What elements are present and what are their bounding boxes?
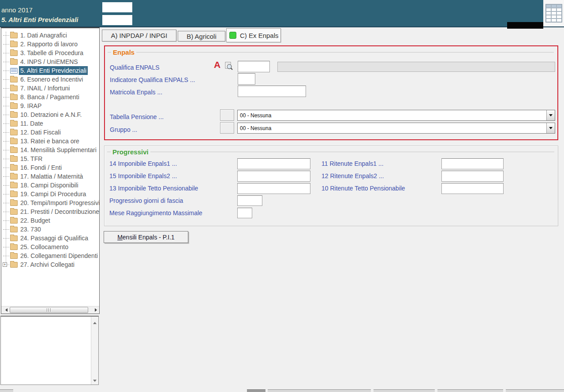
folder-icon [10,103,18,109]
gruppo-dropdown[interactable]: 00 - Nessuna [237,123,555,134]
tree-item[interactable]: + 5. Altri Enti Previdenziali [1,66,99,75]
folder-icon [10,50,18,56]
folder-icon [10,86,18,91]
tree-item-label: 25. Collocamento [19,243,70,251]
tree-item[interactable]: + 11. Date [1,119,99,128]
tab-agricoli[interactable]: B) Agricoli [178,31,225,41]
scroll-right-arrow[interactable] [92,306,99,314]
tab-inpdap-inpgi[interactable]: A) INPDAP / INPGI [102,30,176,41]
scroll-up-arrow[interactable] [91,317,99,325]
tree-connector [3,168,9,168]
tree-item[interactable]: + 3. Tabelle di Procedura [1,49,99,57]
tree-item[interactable]: + 19. Campi Di Procedura [1,190,99,198]
tree-item[interactable]: + 21. Prestiti / Decontribuzione [1,207,99,216]
tree-item-label: 20. Tempi/Importi Progressivi [19,198,100,207]
tabella-pensione-label: Tabella Pensione ... [110,113,164,120]
header-field-1[interactable] [102,2,132,12]
dropdown-arrow-icon[interactable] [546,123,555,133]
expand-icon[interactable]: + [3,262,7,267]
tree-connector [3,115,9,115]
gruppo-code-field [220,122,234,134]
tree-connector [3,44,9,45]
header-field-2[interactable] [102,15,132,25]
tree-item-label: 18. Campi Disponibili [19,181,80,190]
tree-connector [3,212,9,212]
tree-item[interactable]: + 16. Fondi / Enti [1,163,99,172]
tabella-pensione-dropdown[interactable]: 00 - Nessuna [237,110,555,121]
tree-item[interactable]: + 22. Budget [1,216,99,225]
tree-item[interactable]: + 25. Collocamento [1,243,99,251]
section-title: 5. Altri Enti Previdenziali [1,16,78,23]
tree-connector [3,185,9,186]
notes-box[interactable] [0,316,99,385]
tree-item[interactable]: + 7. INAIL / Infortuni [1,84,99,93]
imponibile-enpals2-label: 15 Imponibile Enpals2 ... [109,172,177,179]
window-edge-segment [374,389,435,392]
tab-ex-enpals[interactable]: C) Ex Enpals [226,28,281,42]
mese-raggiungimento-input[interactable] [237,208,252,218]
lookup-magnifier-button[interactable] [224,62,233,71]
imponibile-enpals2-input[interactable] [237,171,310,182]
tree-connector [3,150,9,150]
tab-label: B) Agricoli [187,33,217,40]
ritenute-enpals1-input[interactable] [441,158,504,169]
tree-item[interactable]: + 12. Dati Fiscali [1,128,99,137]
window-edge-segment [268,389,371,392]
tree-item-label: 6. Esonero ed Incentivi [19,75,84,84]
tree-item[interactable]: + 27. Archivi Collegati [1,260,99,269]
qualifica-enpals-input[interactable] [238,61,270,72]
grid-panel [543,0,564,26]
notes-vertical-scrollbar[interactable] [91,317,98,385]
progressivo-giorni-input[interactable] [237,195,262,206]
tree-item[interactable]: + 23. 730 [1,225,99,234]
table-icon[interactable] [545,4,562,22]
tree-item-label: 16. Fondi / Enti [19,163,63,172]
scroll-left-arrow[interactable] [1,306,9,314]
tree-connector [3,97,9,97]
tree-item[interactable]: + 18. Campi Disponibili [1,181,99,190]
ritenute-tetto-input[interactable] [441,183,504,194]
tree-connector [3,79,9,80]
indicatore-qualifica-input[interactable] [238,73,255,85]
tree-item[interactable]: + 1. Dati Anagrafici [1,31,99,40]
tree-item[interactable]: + 26. Collegamenti Dipendenti [1,251,99,260]
mensili-enpals-button[interactable]: Mensili Enpals - P.I.1 [104,231,188,243]
dropdown-arrow-icon[interactable] [546,110,555,120]
window-edge-segment [506,389,564,392]
tree-item[interactable]: + 24. Passaggi di Qualifica [1,234,99,243]
folder-icon [10,59,18,65]
tree-item[interactable]: + 15. TFR [1,154,99,163]
matricola-enpals-input[interactable] [238,86,306,97]
imponibile-tetto-input[interactable] [237,183,310,194]
folder-icon [10,41,18,47]
tree-item[interactable]: + 17. Malattia / Maternità [1,172,99,181]
tree-item[interactable]: + 9. IRAP [1,101,99,110]
imponibile-enpals1-input[interactable] [237,158,310,169]
window-edge-segment [437,389,503,392]
tree-item-label: 10. Detrazioni e A.N.F. [19,110,83,119]
tree-item[interactable]: + 10. Detrazioni e A.N.F. [1,110,99,119]
tree-item[interactable]: + 14. Mensilità Supplementari [1,146,99,154]
folder-icon [10,121,18,127]
tree-item[interactable]: + 6. Esonero ed Incentivi [1,75,99,84]
tree-item-label: 22. Budget [19,216,52,225]
year-label: anno 2017 [1,6,33,14]
folder-icon [10,147,18,153]
scroll-thumb[interactable] [10,307,88,313]
tree-connector [3,132,9,133]
tree-item[interactable]: + 13. Ratei e banca ore [1,137,99,146]
tree-item[interactable]: + 2. Rapporto di lavoro [1,40,99,49]
tree-item-label: 24. Passaggi di Qualifica [19,234,90,243]
tree-item[interactable]: + 20. Tempi/Importi Progressivi [1,198,99,207]
tree-horizontal-scrollbar[interactable] [1,306,99,314]
scroll-down-arrow[interactable] [91,376,99,384]
enpals-legend: Enpals [108,49,554,56]
gruppo-label: Gruppo ... [110,126,137,133]
tree-item[interactable]: + 4. INPS / UniEMENS [1,57,99,66]
ritenute-enpals2-input[interactable] [441,171,504,182]
tree-item[interactable]: + 8. Banca / Pagamenti [1,93,99,101]
title-bar: anno 2017 5. Altri Enti Previdenziali [0,0,564,27]
tree-connector [3,123,9,124]
folder-icon [10,200,18,206]
ritenute-tetto-label: 10 Ritenute Tetto Pensionabile [321,185,405,192]
